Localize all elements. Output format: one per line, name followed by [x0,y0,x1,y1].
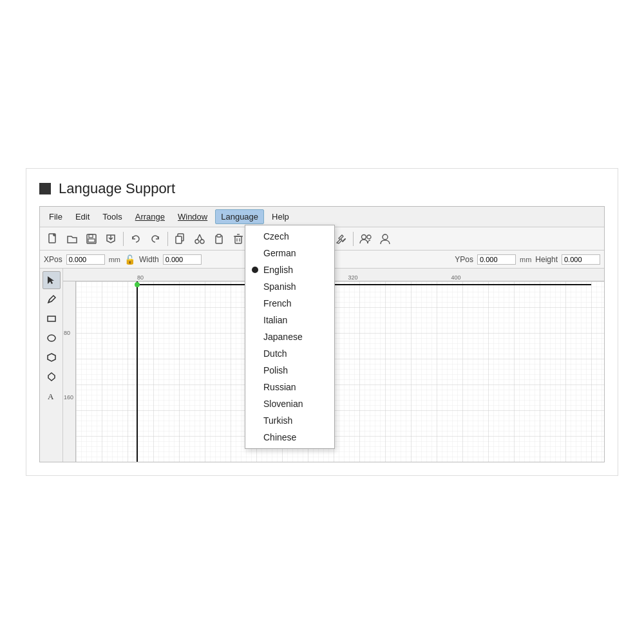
lang-english[interactable]: English [245,261,334,278]
shape-tool[interactable] [43,368,61,386]
save-file-button[interactable] [82,230,100,248]
svg-line-11 [200,234,202,240]
ypos-input[interactable] [477,254,516,265]
bullet-placeholder-czech [252,233,258,240]
bullet-placeholder-french [252,300,258,307]
bullet-placeholder-slovenian [252,401,258,407]
grid-canvas [76,281,604,462]
menu-window[interactable]: Window [173,210,213,223]
select-tool[interactable] [43,271,61,289]
text-tool[interactable]: A [43,387,61,405]
svg-point-32 [383,234,388,240]
menu-edit[interactable]: Edit [70,210,95,223]
bullet-placeholder-german [252,250,258,256]
ruler-mark-400: 400 [451,274,460,281]
menu-language[interactable]: Language [215,209,264,224]
lang-slovenian[interactable]: Slovenian [245,395,334,412]
lang-czech[interactable]: Czech [245,228,334,245]
lang-russian[interactable]: Russian [245,379,334,395]
bullet-placeholder-japanese [252,334,258,340]
ruler-left: 80 160 [63,281,76,462]
undo-button[interactable] [127,230,145,248]
bullet-placeholder-dutch [252,350,258,357]
svg-rect-7 [176,236,182,243]
rect-tool[interactable] [43,310,61,328]
lang-dutch[interactable]: Dutch [245,345,334,362]
menu-arrange[interactable]: Arrange [130,210,170,223]
svg-point-31 [367,235,371,239]
height-input[interactable] [562,254,600,265]
lang-german[interactable]: German [245,245,334,261]
section-title: Language Support [59,180,175,197]
lang-spanish[interactable]: Spanish [245,278,334,295]
export-button[interactable] [102,230,120,248]
ruler-mark-v-80: 80 [63,330,70,336]
svg-rect-40 [76,281,604,462]
left-toolbar: A [40,269,63,462]
toolbar-separator-1 [123,232,124,246]
app-window: File Edit Tools Arrange Window Language … [39,206,605,462]
svg-line-29 [343,239,345,242]
redo-button[interactable] [146,230,164,248]
language-dropdown: Czech German English Spanish [245,225,335,449]
xpos-input[interactable] [66,254,105,265]
bullet-placeholder-russian [252,384,258,390]
menu-bar: File Edit Tools Arrange Window Language … [40,207,604,227]
height-label: Height [535,255,558,264]
lang-japanese[interactable]: Japanese [245,328,334,345]
menu-help[interactable]: Help [267,210,294,223]
ruler-mark-320: 320 [348,274,357,281]
pen-tool[interactable] [43,290,61,308]
svg-text:A: A [48,392,54,401]
toolbar-separator-2 [167,232,168,246]
user-button[interactable] [376,230,394,248]
menu-file[interactable]: File [44,210,68,223]
lang-italian[interactable]: Italian [245,312,334,328]
bullet-placeholder-spanish [252,283,258,290]
new-file-button[interactable] [44,230,62,248]
ypos-unit: mm [520,256,531,263]
ruler-mark-80: 80 [137,274,144,281]
lock-icon: 🔓 [124,254,135,265]
toolbar-separator-4 [353,232,354,246]
width-input[interactable] [163,254,202,265]
svg-rect-14 [235,236,242,243]
menu-tools[interactable]: Tools [97,210,127,223]
xpos-label: XPos [44,255,62,264]
svg-marker-36 [48,354,55,361]
open-file-button[interactable] [63,230,81,248]
svg-marker-37 [48,373,55,381]
svg-point-43 [135,282,140,287]
lang-polish[interactable]: Polish [245,362,334,379]
lang-french[interactable]: French [245,295,334,312]
xpos-unit: mm [109,256,120,263]
ellipse-tool[interactable] [43,329,61,347]
svg-point-35 [48,335,55,341]
svg-rect-13 [217,234,221,237]
lang-chinese[interactable]: Chinese [245,429,334,446]
bullet-placeholder-polish [252,367,258,374]
svg-line-10 [197,234,200,240]
polygon-tool[interactable] [43,348,61,366]
copy-button[interactable] [171,230,189,248]
ruler-mark-v-160: 160 [63,394,73,401]
ypos-label: YPos [455,255,473,264]
paste-button[interactable] [210,230,228,248]
users-button[interactable] [357,230,375,248]
bullet-english [252,267,258,273]
cut-button[interactable] [191,230,209,248]
bullet-placeholder-italian [252,317,258,323]
section-icon [39,183,51,194]
svg-rect-34 [48,316,55,321]
bullet-placeholder-turkish [252,417,258,424]
svg-rect-5 [88,239,95,242]
lang-turkish[interactable]: Turkish [245,412,334,429]
width-label: Width [139,255,159,264]
svg-point-30 [362,234,366,239]
bullet-placeholder-chinese [252,434,258,440]
